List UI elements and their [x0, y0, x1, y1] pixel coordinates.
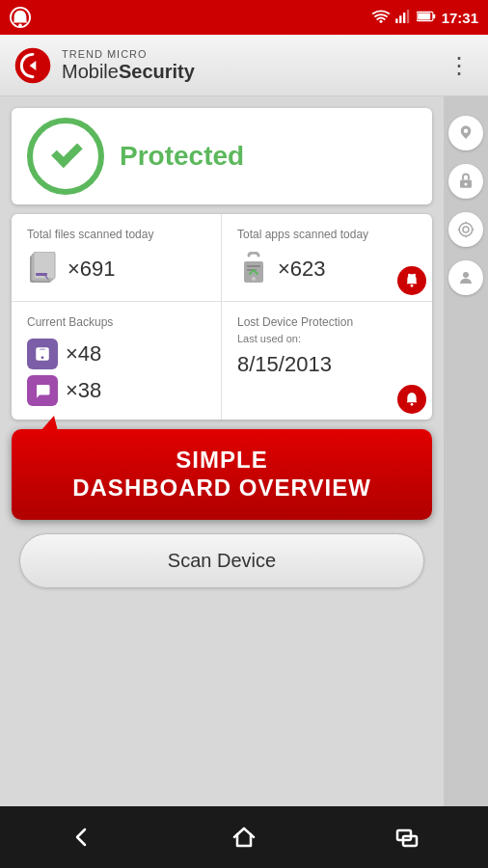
svg-rect-6 [407, 10, 409, 23]
callout-line2: DASHBOARD OVERVIEW [31, 475, 413, 502]
wifi-icon [372, 10, 390, 26]
sms-backup-row: ×38 [27, 375, 205, 406]
status-bar-left [10, 7, 31, 28]
sidebar-icon-1[interactable] [448, 116, 483, 150]
check-circle-icon [27, 118, 104, 195]
main-content: Protected Total files scanned today [0, 96, 488, 806]
app-header: TREND MICRO MobileSecurity ⋮ [0, 35, 488, 96]
apps-icon [237, 251, 270, 287]
sidebar-icon-3[interactable] [448, 212, 483, 247]
sidebar-icon-4[interactable] [448, 260, 483, 295]
svg-rect-4 [399, 15, 401, 23]
svg-point-2 [379, 19, 382, 22]
lost-device-section: Lost Device Protection Last used on: 8/1… [237, 315, 417, 377]
app-notification-icon [10, 7, 31, 28]
right-sidebar [444, 96, 488, 806]
battery-icon [417, 10, 436, 25]
sms-backup-count: ×38 [66, 378, 101, 403]
phone-backup-icon [27, 339, 58, 369]
lost-device-title: Lost Device Protection [237, 315, 417, 329]
header-logo: TREND MICRO MobileSecurity [14, 46, 195, 85]
svg-point-21 [413, 274, 416, 277]
phone-backup-row: ×48 [27, 339, 205, 369]
svg-rect-9 [418, 14, 430, 20]
svg-point-30 [463, 227, 469, 232]
apps-scanned-label: Total apps scanned today [237, 228, 417, 241]
sms-backup-icon [27, 375, 58, 406]
svg-point-25 [411, 403, 414, 406]
backups-label: Current Backups [27, 315, 205, 329]
brand-bottom: MobileSecurity [62, 61, 195, 82]
status-bar-right: 17:31 [372, 10, 478, 26]
back-button[interactable] [52, 816, 110, 858]
brand-top: TREND MICRO [62, 48, 195, 60]
svg-rect-17 [247, 265, 260, 267]
svg-rect-8 [433, 14, 435, 19]
svg-point-23 [41, 390, 43, 392]
apps-scanned-value: ×623 [237, 251, 417, 287]
files-count: ×691 [68, 257, 116, 282]
home-button[interactable] [215, 816, 273, 858]
alarm-badge-bottom [397, 385, 426, 414]
files-scanned-label: Total files scanned today [27, 228, 205, 241]
status-bar: 17:31 [0, 0, 488, 35]
svg-point-24 [44, 390, 46, 392]
scan-device-button[interactable]: Scan Device [19, 533, 424, 588]
svg-point-28 [465, 183, 468, 186]
lost-device-date: 8/15/2013 [237, 352, 417, 377]
recents-button[interactable] [378, 816, 436, 858]
more-options-button[interactable]: ⋮ [444, 48, 474, 83]
backup-section: ×48 ×38 [27, 339, 205, 406]
bottom-nav [0, 806, 488, 868]
files-scanned-value: ×691 [27, 251, 205, 287]
alarm-badge-top [397, 266, 426, 295]
apps-count: ×623 [278, 257, 326, 282]
trend-micro-logo-icon [14, 46, 52, 85]
header-text: TREND MICRO MobileSecurity [62, 48, 195, 81]
svg-point-19 [411, 285, 414, 287]
lost-device-cell: Lost Device Protection Last used on: 8/1… [222, 302, 432, 420]
callout-line1: SIMPLE [31, 447, 413, 475]
svg-point-16 [252, 277, 256, 281]
svg-rect-14 [36, 273, 47, 276]
svg-rect-3 [395, 18, 397, 23]
svg-point-20 [408, 274, 411, 277]
apps-scanned-cell: Total apps scanned today ×623 [222, 214, 432, 302]
svg-rect-5 [403, 13, 405, 23]
files-scanned-cell: Total files scanned today ×691 [12, 214, 222, 302]
time-display: 17:31 [442, 10, 478, 26]
svg-point-26 [464, 129, 469, 134]
backups-cell: Current Backups ×48 [12, 302, 222, 420]
svg-point-1 [18, 23, 22, 27]
lost-device-subtitle: Last used on: [237, 333, 417, 344]
dashboard-panel: Protected Total files scanned today [0, 96, 444, 806]
callout-box: SIMPLE DASHBOARD OVERVIEW [12, 429, 432, 520]
files-icon [27, 251, 60, 287]
svg-point-22 [39, 390, 41, 392]
phone-backup-count: ×48 [66, 341, 101, 366]
protected-status-card: Protected [12, 108, 432, 204]
sidebar-icon-2[interactable] [448, 164, 483, 199]
signal-icon [395, 10, 411, 26]
stats-grid: Total files scanned today ×691 [12, 214, 432, 420]
svg-point-35 [463, 272, 469, 278]
svg-point-29 [459, 223, 473, 236]
protected-status-text: Protected [120, 141, 244, 172]
